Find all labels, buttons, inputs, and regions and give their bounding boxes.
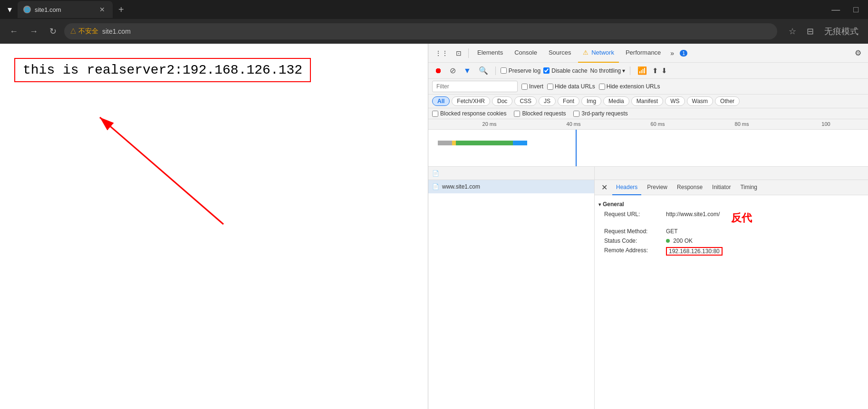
filter-fetch-xhr[interactable]: Fetch/XHR: [452, 96, 490, 106]
detail-tab-preview[interactable]: Preview: [643, 180, 671, 195]
detail-close-button[interactable]: ✕: [598, 182, 610, 193]
requests-list: 📄 www.site1.com: [428, 180, 595, 409]
tab-dropdown-button[interactable]: ▾: [4, 2, 16, 17]
detail-tab-timing[interactable]: Timing: [736, 180, 761, 195]
request-row[interactable]: 📄 www.site1.com: [428, 180, 594, 193]
address-bar[interactable]: △ 不安全 site1.com: [64, 23, 777, 39]
refresh-button[interactable]: ↻: [46, 23, 60, 39]
third-party-checkbox[interactable]: [573, 111, 579, 117]
filter-css[interactable]: CSS: [514, 96, 537, 106]
active-tab[interactable]: 🌐 site1.com ✕: [18, 1, 113, 18]
detail-content: ▾ General Request URL: http://www.site1.…: [595, 195, 868, 409]
detail-tab-headers[interactable]: Headers: [612, 180, 641, 195]
column-name: 📄: [428, 167, 595, 180]
blocked-requests-label: Blocked requests: [522, 110, 566, 117]
network-warning-icon: ⚠: [583, 49, 588, 56]
inspect-element-button[interactable]: ⋮⋮: [432, 48, 451, 59]
annotation-arrow: [0, 44, 428, 405]
ruler-mark-40ms: 40 ms: [531, 121, 616, 127]
clear-button[interactable]: ⊘: [447, 65, 458, 76]
request-url-key: Request URL:: [604, 211, 666, 225]
detail-tab-initiator[interactable]: Initiator: [708, 180, 734, 195]
download-button[interactable]: ⬇: [661, 67, 667, 75]
filter-input[interactable]: [432, 81, 518, 92]
blocked-cookies-group[interactable]: Blocked response cookies: [432, 110, 506, 117]
minimize-button[interactable]: —: [826, 3, 846, 17]
timeline-bar-green: [456, 141, 513, 145]
profile-button[interactable]: 无痕模式: [820, 23, 862, 40]
search-button[interactable]: 🔍: [476, 65, 491, 76]
general-section-header: ▾ General: [598, 199, 864, 209]
browser-chrome: ▾ 🌐 site1.com ✕ + — □ ← → ↻ △ 不安全 site1.…: [0, 0, 868, 44]
hide-data-urls-label: Hide data URLs: [555, 83, 595, 90]
tab-close-button[interactable]: ✕: [97, 5, 107, 14]
hide-ext-urls-checkbox[interactable]: [599, 84, 605, 90]
filter-ws[interactable]: WS: [665, 96, 685, 106]
timeline-bar-gray: [438, 141, 452, 145]
new-tab-button[interactable]: +: [115, 2, 128, 17]
tab-performance[interactable]: Performance: [621, 44, 665, 63]
tab-network[interactable]: ⚠ Network: [578, 44, 619, 63]
timeline-bar-blue: [513, 141, 527, 145]
third-party-group[interactable]: 3rd-party requests: [573, 110, 627, 117]
column-timeline: [595, 167, 868, 180]
filter-font[interactable]: Font: [558, 96, 579, 106]
section-arrow-icon: ▾: [598, 202, 601, 207]
invert-checkbox-group[interactable]: Invert: [521, 83, 543, 90]
preserve-log-checkbox-group[interactable]: Preserve log: [501, 67, 540, 74]
hide-ext-urls-group[interactable]: Hide extension URLs: [599, 83, 660, 90]
window-controls: — □: [826, 3, 864, 17]
disable-cache-checkbox[interactable]: [543, 67, 550, 74]
record-button[interactable]: ⏺: [432, 65, 444, 76]
timeline-cursor: [576, 130, 577, 167]
third-party-label: 3rd-party requests: [581, 110, 627, 117]
tab-elements[interactable]: Elements: [473, 44, 508, 63]
blocked-cookies-checkbox[interactable]: [432, 111, 438, 117]
filter-button[interactable]: ▼: [461, 65, 473, 76]
detail-tabs: ✕ Headers Preview Response Initiator Tim…: [595, 180, 868, 195]
filter-other[interactable]: Other: [715, 96, 740, 106]
settings-button[interactable]: ⚙: [852, 47, 864, 59]
split-button[interactable]: ⊟: [803, 23, 818, 39]
blocked-requests-checkbox[interactable]: [514, 111, 520, 117]
upload-button[interactable]: ⬆: [652, 67, 658, 75]
wifi-settings-button[interactable]: 📶: [635, 65, 649, 76]
status-code-row: Status Code: 200 OK: [598, 236, 864, 246]
tab-console[interactable]: Console: [510, 44, 542, 63]
hide-data-urls-checkbox[interactable]: [547, 84, 553, 90]
detail-tab-response[interactable]: Response: [673, 180, 706, 195]
throttling-arrow: ▾: [622, 67, 625, 74]
remote-address-value: 192.168.126.130:80: [666, 247, 723, 256]
more-tabs-button[interactable]: »: [667, 48, 677, 59]
filter-doc[interactable]: Doc: [492, 96, 512, 106]
filter-wasm[interactable]: Wasm: [687, 96, 714, 106]
bookmark-button[interactable]: ☆: [785, 23, 800, 39]
disable-cache-checkbox-group[interactable]: Disable cache: [543, 67, 587, 74]
tab-sources[interactable]: Sources: [544, 44, 576, 63]
disable-cache-label: Disable cache: [551, 67, 587, 74]
blocked-requests-group[interactable]: Blocked requests: [514, 110, 566, 117]
network-table: 📄 📄 www.site1.com ✕ Headers Preview: [428, 167, 868, 409]
maximize-button[interactable]: □: [848, 3, 864, 17]
tab-title: site1.com: [35, 6, 94, 13]
request-method-key: Request Method:: [604, 228, 666, 235]
devtools-panel: ⋮⋮ ⊡ Elements Console Sources ⚠ Network …: [428, 44, 868, 409]
forward-button[interactable]: →: [26, 24, 42, 39]
filter-all[interactable]: All: [432, 96, 450, 106]
ruler-mark-20ms: 20 ms: [447, 121, 531, 127]
device-toggle-button[interactable]: ⊡: [453, 48, 464, 59]
invert-checkbox[interactable]: [521, 84, 528, 90]
network-controls: ⏺ ⊘ ▼ 🔍 Preserve log Disable cache No th…: [428, 63, 868, 79]
filter-js[interactable]: JS: [539, 96, 556, 106]
request-method-value: GET: [666, 228, 678, 235]
filter-media[interactable]: Media: [603, 96, 629, 106]
page-main-text: this is realserver2:192.168.126.132: [14, 58, 311, 82]
filter-manifest[interactable]: Manifest: [631, 96, 663, 106]
ruler-mark-80ms: 80 ms: [700, 121, 784, 127]
hide-data-urls-group[interactable]: Hide data URLs: [547, 83, 595, 90]
status-code-text: 200 OK: [673, 238, 693, 244]
address-text: site1.com: [102, 28, 772, 35]
preserve-log-checkbox[interactable]: [501, 67, 507, 74]
filter-img[interactable]: Img: [581, 96, 601, 106]
back-button[interactable]: ←: [6, 24, 22, 39]
